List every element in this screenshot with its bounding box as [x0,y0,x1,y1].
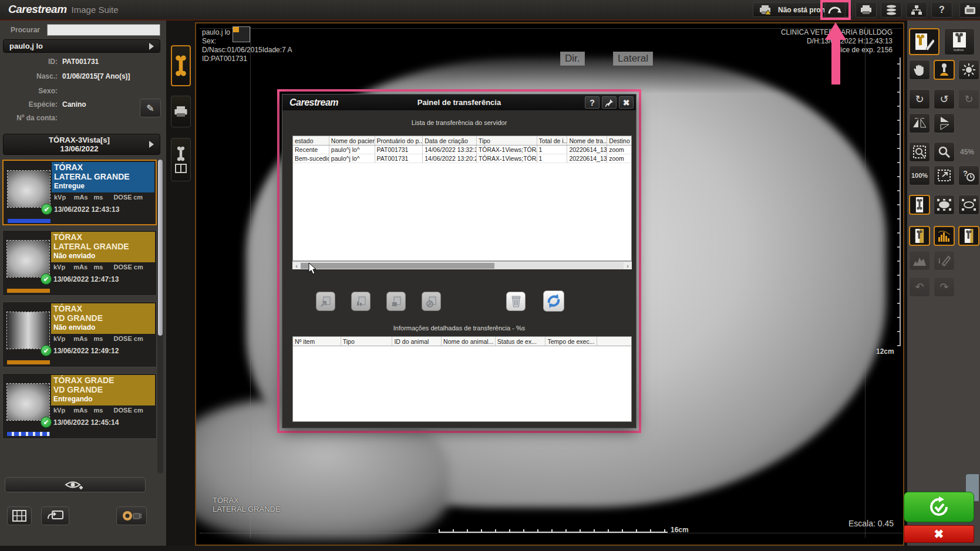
accept-restore-button[interactable] [904,492,974,522]
histogram-eq-button[interactable] [934,226,955,246]
navigator-thumbnail[interactable] [233,26,250,42]
exposure-params: kVpmAsmsDOSEcm [53,407,154,414]
dialog-close-button[interactable]: ✖ [619,96,634,109]
network-button[interactable] [906,2,927,18]
flip-vertical-button[interactable] [934,113,955,133]
database-button[interactable] [881,2,902,18]
rotate-circle-icon: ↻ [964,93,973,106]
image-properties-button[interactable]: Imfrmt [944,28,975,55]
study-selector[interactable]: TÓRAX-3Vista[s] 13/06/2022 [3,134,160,155]
thumbnail-header: TÓRAX LATERAL GRANDE Não enviado [51,232,155,262]
print-button[interactable] [856,2,877,18]
zoom-100-button[interactable]: 100% [909,165,930,185]
restore-check-icon [928,496,949,518]
zoom-region-button[interactable] [909,142,930,162]
collimation-line [865,27,866,538]
thumbnail-image [7,170,50,208]
dialog-pin-button[interactable] [602,96,617,109]
thumbnail-card-2[interactable]: TÓRAX LATERAL GRANDE Não enviado kVpmAsm… [2,230,157,296]
eye-plus-button[interactable] [5,477,146,492]
undo-button: ↶ [909,277,930,297]
progress-bar [7,432,50,436]
patient-name: paulo,j lo [9,42,43,50]
chevron-right-icon [149,141,154,148]
transfer-details-table[interactable]: Nº itemTipoID do animalNome do animal...… [292,336,632,422]
thumbnail-timestamp: 13/06/2022 12:49:12 [53,347,119,355]
dialog-help-button[interactable]: ? [585,96,600,109]
table-row[interactable]: Recentepaulo^j lo^PAT00173114/06/2022 13… [293,146,631,154]
contact-sheet-button[interactable] [7,506,32,525]
progress-bar [7,289,50,293]
database-stack-icon [885,5,897,15]
send-to-monitor-button[interactable] [41,506,69,525]
table-horizontal-scrollbar[interactable]: ‹ › [292,261,632,269]
ruler-h-label: 16cm [671,526,689,535]
table-header-row: Nº itemTipoID do animalNome do animal...… [293,337,631,346]
brightness-button[interactable] [958,60,979,80]
thumbnail-card-4[interactable]: TÓRAX GRADE VD GRANDE Entregando kVpmAsm… [2,373,157,439]
scroll-right-arrow[interactable]: › [624,262,632,270]
pan-tool-button[interactable] [909,60,930,80]
tab-layout[interactable] [171,138,191,181]
grid-icon [12,510,26,522]
monitor-transfer-icon [46,509,64,522]
send-selected-button [351,292,371,311]
dialog-title-bar[interactable]: Painel de transferência Carestream ? ✖ [282,94,636,110]
check-icon: ✔ [41,273,52,285]
svg-text:i: i [938,256,941,265]
delete-transfer-button[interactable] [506,292,526,311]
thumbnail-image [6,383,50,421]
thumbnail-card-1[interactable]: TÓRAX LATERAL GRANDE Entregue kVpmAsmsDO… [2,160,157,225]
shutter-ellipse-button[interactable] [934,195,955,215]
patient-selector[interactable]: paulo,j lo [3,39,160,53]
thumbnail-timestamp: 13/06/2022 12:45:14 [53,418,119,427]
horizontal-ruler [439,529,668,533]
refresh-button[interactable] [543,290,564,312]
exposure-index-button[interactable]: ? [958,165,979,185]
collimation-line [200,533,902,533]
processing-right-button[interactable] [958,226,979,246]
device-button[interactable] [959,2,980,18]
thumbnail-timestamp: 13/06/2022 12:43:13 [54,205,119,214]
processing-left-button[interactable] [909,226,930,246]
transfer-list-table[interactable]: estadoNome do pacienteProntuário do p...… [292,136,632,261]
delivery-status: Entregue [54,181,152,191]
edit-patient-button[interactable]: ✎ [140,99,161,117]
delivery-status: Não enviado [53,251,153,261]
magnify-button[interactable] [934,142,955,162]
undo-icon: ↶ [915,280,924,293]
help-button[interactable]: ? [931,2,952,18]
marker-lateral[interactable]: Lateral [613,52,653,66]
tab-print[interactable] [171,96,191,127]
shutter-freeform-button[interactable] [958,195,979,215]
svg-text:Imfrmt: Imfrmt [954,48,964,52]
thumbnail-header: TÓRAX GRADE VD GRANDE Entregando [51,375,155,405]
scroll-left-arrow[interactable]: ‹ [292,262,301,270]
full-view-button[interactable] [909,195,930,215]
tab-image-view[interactable] [171,45,191,86]
thumbnail-scrollbar[interactable] [157,160,163,474]
save-transfer-button [386,292,406,311]
x-icon: ✖ [934,527,944,541]
capture-button[interactable] [116,506,147,525]
flip-horizontal-button[interactable] [909,113,930,133]
marker-dir[interactable]: Dir. [560,52,585,66]
rotate-right-button[interactable]: ↻ [909,89,930,109]
window-level-button[interactable] [934,60,955,80]
rotate-left-button[interactable]: ↺ [934,89,955,109]
annotate-image-button[interactable] [909,28,939,55]
reject-button[interactable]: ✖ [904,525,974,543]
product-name: Image Suite [72,5,119,15]
thumbnail-card-3[interactable]: TÓRAX VD GRANDE Não enviado kVpmAsmsDOSE… [2,302,157,367]
progress-bar [8,219,50,223]
scale-label: Escala: 0.45 [848,519,894,528]
fit-to-window-button[interactable] [934,165,955,185]
thumbnail-timestamp: 13/06/2022 12:47:13 [53,275,119,283]
scrollbar-thumb[interactable] [301,263,494,269]
search-input[interactable] [47,24,160,36]
app-logo: Carestream Image Suite [8,3,119,16]
camera-icon [122,510,142,522]
table-row[interactable]: Bem-sucedidopaulo^j lo^PAT00173114/06/20… [293,154,631,163]
patient-field-account: Nº da conta: [0,114,141,122]
printer-warning-icon [759,5,772,15]
